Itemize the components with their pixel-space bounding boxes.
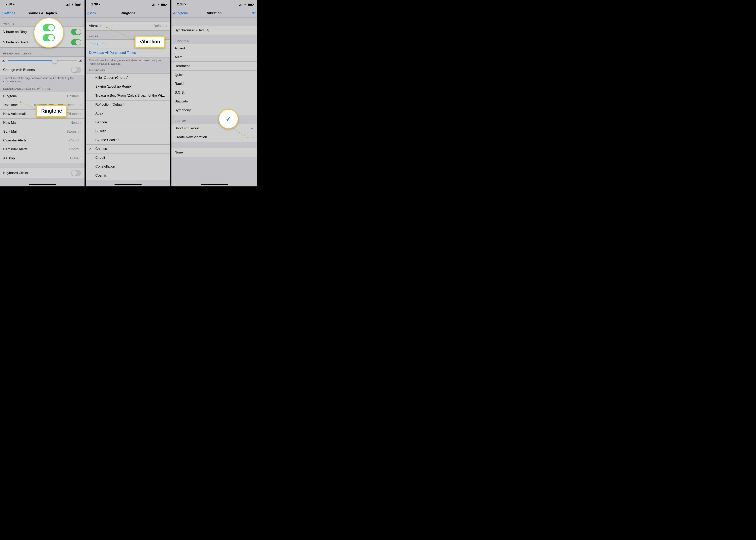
row-vibration-accent[interactable]: Accent [171, 44, 257, 53]
row-ringtone[interactable]: Skyrim (Level up Remix) [86, 82, 170, 91]
row-vibration-staccato[interactable]: Staccato [171, 97, 257, 106]
speaker-high-icon: 🔊 [79, 59, 82, 62]
row-label: Synchronized (Default) [175, 28, 254, 32]
toggle-change-buttons[interactable] [71, 67, 81, 73]
row-vibration-heartbeat[interactable]: Heartbeat [171, 62, 257, 70]
battery-icon [75, 3, 80, 6]
chevron-right-icon: › [80, 103, 81, 107]
row-ringtone[interactable]: ✓Chimes [86, 145, 170, 154]
home-indicator[interactable] [114, 184, 142, 185]
row-none[interactable]: None [171, 148, 257, 157]
row-label: Keyboard Clicks [3, 171, 71, 175]
wifi-icon [71, 3, 74, 6]
volume-slider[interactable] [8, 61, 77, 61]
row-ringtone[interactable]: Bulletin [86, 127, 170, 136]
home-indicator[interactable] [201, 184, 228, 185]
row-label: Short and sweet [175, 126, 250, 130]
row-label: Ringtone [3, 94, 65, 98]
row-download-all[interactable]: Download All Purchased Tones [86, 49, 170, 57]
page-title: Ringtone [86, 11, 170, 15]
row-label: Accent [175, 47, 254, 51]
nav-bar: ‹ Back Ringtone [86, 9, 170, 18]
nav-bar: ‹ Ringtone Vibration Edit [171, 9, 257, 18]
row-label: Reflection (Default) [95, 103, 167, 107]
row-ringtone[interactable]: Treasure Box (From "Zelda Breath of the … [86, 91, 170, 100]
row-label: Change with Buttons [3, 68, 71, 72]
back-button[interactable]: ‹ Settings [2, 10, 15, 16]
row-vibration-symphony[interactable]: Symphony [171, 106, 257, 115]
row-label: Treasure Box (From "Zelda Breath of the … [95, 94, 167, 98]
row-ringtone[interactable]: Killer Queen (Chorus) [86, 73, 170, 82]
row-sound-new-mail[interactable]: New MailNone› [0, 118, 84, 127]
edit-button[interactable]: Edit [250, 11, 256, 15]
location-icon: ➤ [184, 3, 186, 6]
row-sound-sent-mail[interactable]: Sent MailSwoosh› [0, 127, 84, 136]
row-vibration-alert[interactable]: Alert [171, 53, 257, 62]
cellular-icon [66, 3, 70, 6]
row-ringtone[interactable]: Constellation [86, 162, 170, 171]
row-detail: Chimes [67, 94, 79, 98]
row-create-new-vibration[interactable]: Create New Vibration › [171, 133, 257, 142]
callout-text: Ringtone [36, 105, 67, 117]
callout-text: Vibration [135, 36, 165, 48]
row-detail: Tri-tone [67, 112, 79, 116]
battery-icon [248, 3, 253, 6]
location-icon: ➤ [99, 3, 101, 6]
row-ringtone[interactable]: Reflection (Default) [86, 100, 170, 109]
status-bar: 2:38 ➤ [86, 0, 170, 9]
row-vibration-rapid[interactable]: Rapid [171, 79, 257, 88]
row-keyboard-clicks[interactable]: Keyboard Clicks [0, 168, 84, 178]
ringer-footer: The volume of the ringer and alerts will… [0, 75, 84, 85]
row-vibration[interactable]: Vibration Default › [86, 22, 170, 30]
row-sound-ringtone[interactable]: RingtoneChimes› [0, 92, 84, 101]
home-indicator[interactable] [29, 184, 56, 185]
row-ringtone[interactable]: By The Seaside [86, 136, 170, 145]
toggle-keyboard-clicks[interactable] [71, 170, 81, 176]
row-ringtone[interactable]: Cosmic [86, 171, 170, 180]
row-sound-airdrop[interactable]: AirDropPulse› [0, 154, 84, 163]
chevron-right-icon: › [80, 94, 81, 98]
row-vibration-s-o-s-[interactable]: S.O.S. [171, 88, 257, 97]
back-button[interactable]: ‹ Back [87, 10, 96, 16]
section-sounds-patterns: Sounds and Vibration Patterns [0, 85, 84, 92]
row-label: S.O.S. [175, 90, 254, 95]
checkmark-icon: ✓ [251, 126, 254, 131]
wifi-icon [244, 3, 247, 6]
checkmark-icon: ✓ [226, 115, 231, 123]
toggle-vibrate-silent[interactable] [71, 39, 81, 46]
back-label: Ringtone [174, 11, 188, 15]
store-footer: This will download all ringtones and ale… [86, 58, 170, 68]
screen-sounds-haptics: 2:38 ➤ ‹ Settings Sounds & Haptics Vibra… [0, 0, 86, 187]
row-label: None [175, 151, 254, 155]
row-ringtone[interactable]: Beacon [86, 118, 170, 127]
row-synchronized[interactable]: Synchronized (Default) [171, 26, 257, 35]
row-label: Circuit [95, 156, 167, 160]
row-short-and-sweet[interactable]: Short and sweet ✓ [171, 124, 257, 133]
back-button[interactable]: ‹ Ringtone [173, 10, 188, 16]
chevron-right-icon: › [80, 147, 81, 151]
row-label: Beacon [95, 120, 167, 124]
row-label: Calendar Alerts [3, 138, 68, 142]
row-change-with-buttons[interactable]: Change with Buttons [0, 65, 84, 75]
wifi-icon [157, 3, 160, 6]
row-label: New Mail [3, 121, 69, 125]
row-label: Bulletin [95, 129, 167, 133]
row-label: Create New Vibration [175, 135, 251, 139]
volume-slider-row[interactable]: 🔈 🔊 [0, 57, 84, 65]
row-ringtone[interactable]: Apex [86, 109, 170, 118]
status-time: 2:38 [177, 3, 183, 6]
row-vibration-quick[interactable]: Quick [171, 70, 257, 79]
chevron-right-icon: › [80, 130, 81, 133]
row-sound-reminder-alerts[interactable]: Reminder AlertsChord› [0, 145, 84, 154]
toggle-vibrate-ring[interactable] [71, 29, 81, 35]
row-label: Sent Mail [3, 130, 65, 134]
callout-check-bubble: ✓ [219, 109, 238, 129]
status-bar: 2:38 ➤ [171, 0, 257, 9]
checkmark-icon: ✓ [89, 147, 92, 151]
row-label: Constellation [95, 165, 167, 169]
chevron-right-icon: › [80, 112, 81, 116]
row-sound-calendar-alerts[interactable]: Calendar AlertsChord› [0, 136, 84, 145]
row-label: Rapid [175, 82, 254, 86]
row-ringtone[interactable]: Circuit [86, 154, 170, 162]
row-label: Download All Purchased Tones [89, 51, 167, 55]
